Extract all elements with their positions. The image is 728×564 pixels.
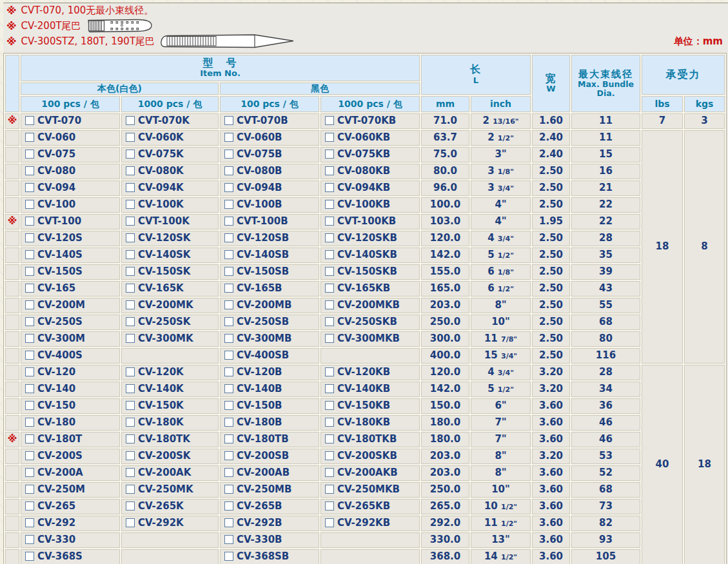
item-checkbox[interactable] bbox=[25, 133, 34, 142]
item-checkbox[interactable] bbox=[325, 300, 334, 309]
item-checkbox[interactable] bbox=[224, 535, 233, 544]
item-checkbox[interactable] bbox=[224, 501, 233, 511]
item-checkbox[interactable] bbox=[325, 250, 334, 259]
item-checkbox[interactable] bbox=[325, 384, 334, 393]
item-checkbox[interactable] bbox=[25, 166, 34, 175]
item-checkbox[interactable] bbox=[25, 384, 34, 393]
item-checkbox[interactable] bbox=[224, 166, 233, 175]
item-checkbox[interactable] bbox=[224, 116, 233, 125]
item-checkbox[interactable] bbox=[25, 468, 34, 477]
item-checkbox[interactable] bbox=[325, 150, 334, 159]
item-checkbox[interactable] bbox=[325, 233, 334, 242]
item-checkbox[interactable] bbox=[224, 233, 233, 242]
item-checkbox[interactable] bbox=[224, 284, 233, 293]
item-checkbox[interactable] bbox=[325, 183, 334, 192]
item-checkbox[interactable] bbox=[25, 418, 34, 427]
item-checkbox[interactable] bbox=[126, 468, 135, 477]
item-checkbox[interactable] bbox=[126, 183, 135, 192]
item-checkbox[interactable] bbox=[126, 133, 135, 142]
item-checkbox[interactable] bbox=[25, 217, 34, 226]
item-checkbox[interactable] bbox=[224, 351, 233, 360]
item-checkbox[interactable] bbox=[325, 468, 334, 477]
item-checkbox[interactable] bbox=[25, 451, 34, 460]
item-checkbox[interactable] bbox=[126, 150, 135, 159]
item-checkbox[interactable] bbox=[126, 116, 135, 125]
item-checkbox[interactable] bbox=[25, 367, 34, 376]
item-checkbox[interactable] bbox=[224, 418, 233, 427]
item-checkbox[interactable] bbox=[224, 317, 233, 326]
item-checkbox[interactable] bbox=[25, 267, 34, 276]
item-checkbox[interactable] bbox=[224, 200, 233, 209]
item-checkbox[interactable] bbox=[325, 367, 334, 376]
item-checkbox[interactable] bbox=[224, 367, 233, 376]
item-checkbox[interactable] bbox=[126, 284, 135, 293]
item-checkbox[interactable] bbox=[224, 401, 233, 410]
item-checkbox[interactable] bbox=[224, 183, 233, 192]
item-checkbox[interactable] bbox=[224, 267, 233, 276]
item-checkbox[interactable] bbox=[224, 300, 233, 309]
item-checkbox[interactable] bbox=[325, 485, 334, 494]
item-checkbox[interactable] bbox=[224, 217, 233, 226]
item-checkbox[interactable] bbox=[25, 300, 34, 309]
item-checkbox[interactable] bbox=[325, 451, 334, 460]
item-checkbox[interactable] bbox=[126, 401, 135, 410]
item-checkbox[interactable] bbox=[126, 485, 135, 494]
item-checkbox[interactable] bbox=[224, 552, 233, 561]
item-checkbox[interactable] bbox=[25, 183, 34, 192]
item-checkbox[interactable] bbox=[126, 200, 135, 209]
item-checkbox[interactable] bbox=[325, 518, 334, 527]
item-checkbox[interactable] bbox=[224, 250, 233, 259]
item-checkbox[interactable] bbox=[224, 384, 233, 393]
item-checkbox[interactable] bbox=[224, 133, 233, 142]
item-checkbox[interactable] bbox=[126, 250, 135, 259]
item-checkbox[interactable] bbox=[224, 434, 233, 443]
item-checkbox[interactable] bbox=[325, 166, 334, 175]
item-checkbox[interactable] bbox=[325, 267, 334, 276]
item-checkbox[interactable] bbox=[126, 434, 135, 443]
item-checkbox[interactable] bbox=[25, 317, 34, 326]
item-checkbox[interactable] bbox=[325, 501, 334, 511]
item-checkbox[interactable] bbox=[224, 334, 233, 343]
item-checkbox[interactable] bbox=[126, 317, 135, 326]
item-checkbox[interactable] bbox=[224, 468, 233, 477]
item-checkbox[interactable] bbox=[25, 434, 34, 443]
item-checkbox[interactable] bbox=[25, 334, 34, 343]
item-checkbox[interactable] bbox=[224, 150, 233, 159]
item-checkbox[interactable] bbox=[126, 501, 135, 511]
item-checkbox[interactable] bbox=[325, 317, 334, 326]
item-checkbox[interactable] bbox=[25, 284, 34, 293]
item-checkbox[interactable] bbox=[325, 401, 334, 410]
item-checkbox[interactable] bbox=[224, 451, 233, 460]
item-checkbox[interactable] bbox=[25, 485, 34, 494]
item-checkbox[interactable] bbox=[25, 518, 34, 527]
item-checkbox[interactable] bbox=[224, 518, 233, 527]
item-checkbox[interactable] bbox=[325, 217, 334, 226]
item-checkbox[interactable] bbox=[126, 267, 135, 276]
item-checkbox[interactable] bbox=[126, 518, 135, 527]
item-checkbox[interactable] bbox=[325, 133, 334, 142]
item-checkbox[interactable] bbox=[126, 384, 135, 393]
item-checkbox[interactable] bbox=[325, 418, 334, 427]
item-checkbox[interactable] bbox=[25, 501, 34, 511]
item-checkbox[interactable] bbox=[126, 166, 135, 175]
item-checkbox[interactable] bbox=[25, 233, 34, 242]
item-checkbox[interactable] bbox=[25, 535, 34, 544]
item-checkbox[interactable] bbox=[126, 300, 135, 309]
item-checkbox[interactable] bbox=[325, 116, 334, 125]
item-checkbox[interactable] bbox=[25, 401, 34, 410]
item-checkbox[interactable] bbox=[126, 334, 135, 343]
item-checkbox[interactable] bbox=[25, 116, 34, 125]
item-checkbox[interactable] bbox=[325, 334, 334, 343]
item-checkbox[interactable] bbox=[126, 233, 135, 242]
item-checkbox[interactable] bbox=[25, 351, 34, 360]
item-checkbox[interactable] bbox=[126, 367, 135, 376]
item-checkbox[interactable] bbox=[25, 150, 34, 159]
item-checkbox[interactable] bbox=[25, 552, 34, 561]
item-checkbox[interactable] bbox=[224, 485, 233, 494]
item-checkbox[interactable] bbox=[126, 217, 135, 226]
item-checkbox[interactable] bbox=[325, 434, 334, 443]
item-checkbox[interactable] bbox=[25, 200, 34, 209]
item-checkbox[interactable] bbox=[325, 200, 334, 209]
item-checkbox[interactable] bbox=[25, 250, 34, 259]
item-checkbox[interactable] bbox=[325, 284, 334, 293]
